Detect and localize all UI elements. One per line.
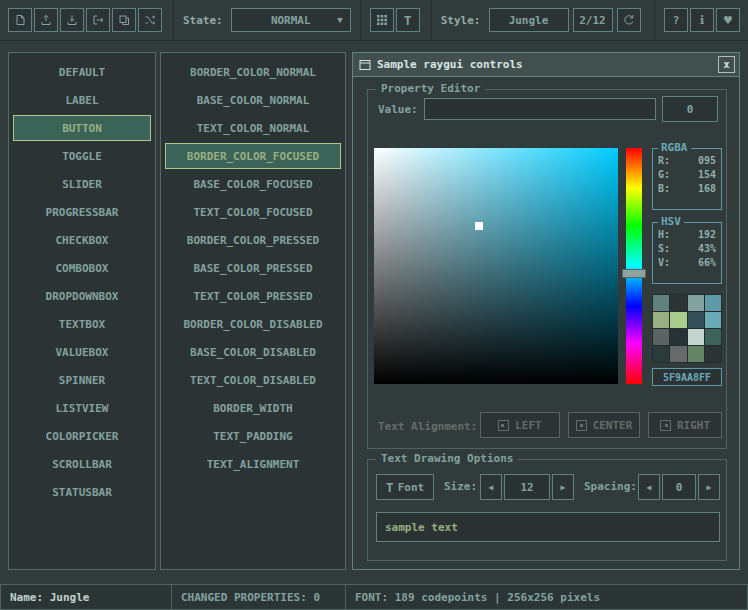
state-dropdown[interactable]: NORMAL ▼ bbox=[231, 8, 351, 32]
align-left-icon bbox=[498, 420, 509, 431]
control-item-progressbar[interactable]: PROGRESSBAR bbox=[13, 199, 151, 225]
palette-swatch[interactable] bbox=[653, 346, 669, 362]
control-item-dropdownbox[interactable]: DROPDOWNBOX bbox=[13, 283, 151, 309]
palette-swatch[interactable] bbox=[670, 295, 686, 311]
info-button[interactable]: i bbox=[690, 8, 714, 32]
property-item-base-color-disabled[interactable]: BASE_COLOR_DISABLED bbox=[165, 339, 341, 365]
property-item-base-color-focused[interactable]: BASE_COLOR_FOCUSED bbox=[165, 171, 341, 197]
palette-swatch[interactable] bbox=[688, 329, 704, 345]
palette-swatch[interactable] bbox=[705, 329, 721, 345]
copy-style-button[interactable] bbox=[112, 8, 136, 32]
palette-swatch[interactable] bbox=[705, 295, 721, 311]
palette-swatch[interactable] bbox=[688, 295, 704, 311]
statusbar-changed-properties: CHANGED PROPERTIES: 0 bbox=[171, 584, 346, 610]
palette-swatch[interactable] bbox=[653, 329, 669, 345]
style-index-box[interactable]: 2/12 bbox=[573, 8, 613, 32]
window-titlebar[interactable]: Sample raygui controls x bbox=[353, 53, 739, 77]
arrow-right-icon: ▶ bbox=[561, 483, 566, 492]
sponsor-button[interactable]: ♥ bbox=[716, 8, 740, 32]
palette-swatch[interactable] bbox=[670, 329, 686, 345]
control-item-statusbar[interactable]: STATUSBAR bbox=[13, 479, 151, 505]
size-decrement-button[interactable]: ◀ bbox=[480, 474, 502, 500]
value-input[interactable] bbox=[424, 98, 656, 120]
save-style-button[interactable] bbox=[60, 8, 84, 32]
export-icon bbox=[92, 14, 104, 26]
help-button[interactable]: ? bbox=[664, 8, 688, 32]
property-item-border-color-pressed[interactable]: BORDER_COLOR_PRESSED bbox=[165, 227, 341, 253]
palette-swatch[interactable] bbox=[705, 312, 721, 328]
reload-style-button[interactable] bbox=[617, 8, 641, 32]
question-icon: ? bbox=[673, 14, 680, 27]
property-item-border-color-normal[interactable]: BORDER_COLOR_NORMAL bbox=[165, 59, 341, 85]
hue-bar[interactable] bbox=[626, 148, 642, 384]
font-atlas-button[interactable]: T bbox=[396, 8, 420, 32]
property-item-text-padding[interactable]: TEXT_PADDING bbox=[165, 423, 341, 449]
spacing-value-box[interactable]: 0 bbox=[662, 474, 696, 500]
sample-text-box[interactable]: sample text bbox=[376, 512, 720, 542]
spacing-decrement-button[interactable]: ◀ bbox=[638, 474, 660, 500]
control-item-button[interactable]: BUTTON bbox=[13, 115, 151, 141]
green-value: 154 bbox=[698, 169, 716, 180]
control-item-colorpicker[interactable]: COLORPICKER bbox=[13, 423, 151, 449]
blue-label: B: bbox=[658, 183, 670, 194]
palette-swatch[interactable] bbox=[705, 346, 721, 362]
font-icon: T bbox=[386, 480, 394, 495]
palette-swatch[interactable] bbox=[653, 312, 669, 328]
toolbar-separator bbox=[360, 0, 361, 41]
size-increment-button[interactable]: ▶ bbox=[552, 474, 574, 500]
hue-slider-handle[interactable] bbox=[622, 269, 646, 278]
control-item-valuebox[interactable]: VALUEBOX bbox=[13, 339, 151, 365]
control-item-checkbox[interactable]: CHECKBOX bbox=[13, 227, 151, 253]
color-picker-area[interactable] bbox=[374, 148, 618, 384]
palette-swatch[interactable] bbox=[670, 346, 686, 362]
control-item-listview[interactable]: LISTVIEW bbox=[13, 395, 151, 421]
spacing-increment-button[interactable]: ▶ bbox=[698, 474, 720, 500]
export-style-button[interactable] bbox=[86, 8, 110, 32]
hsv-group: HSV H: 192 S: 43% V: 66% bbox=[652, 222, 722, 284]
font-button[interactable]: T Font bbox=[376, 474, 434, 500]
property-item-text-color-disabled[interactable]: TEXT_COLOR_DISABLED bbox=[165, 367, 341, 393]
property-item-border-color-disabled[interactable]: BORDER_COLOR_DISABLED bbox=[165, 311, 341, 337]
style-table-button[interactable] bbox=[370, 8, 394, 32]
control-item-default[interactable]: DEFAULT bbox=[13, 59, 151, 85]
red-label: R: bbox=[658, 155, 670, 166]
palette-swatch[interactable] bbox=[653, 295, 669, 311]
align-right-button[interactable]: RIGHT bbox=[648, 412, 722, 438]
value-count-box[interactable]: 0 bbox=[662, 96, 718, 122]
new-style-button[interactable] bbox=[8, 8, 32, 32]
control-item-toggle[interactable]: TOGGLE bbox=[13, 143, 151, 169]
window-close-button[interactable]: x bbox=[718, 56, 735, 73]
style-name-button[interactable]: Jungle bbox=[489, 8, 569, 32]
palette-swatch[interactable] bbox=[688, 346, 704, 362]
palette-swatch[interactable] bbox=[670, 312, 686, 328]
align-left-button[interactable]: LEFT bbox=[480, 412, 560, 438]
control-item-slider[interactable]: SLIDER bbox=[13, 171, 151, 197]
property-item-base-color-pressed[interactable]: BASE_COLOR_PRESSED bbox=[165, 255, 341, 281]
chevron-down-icon: ▼ bbox=[337, 15, 342, 25]
size-value-box[interactable]: 12 bbox=[504, 474, 550, 500]
property-item-border-width[interactable]: BORDER_WIDTH bbox=[165, 395, 341, 421]
control-item-label[interactable]: LABEL bbox=[13, 87, 151, 113]
control-item-spinner[interactable]: SPINNER bbox=[13, 367, 151, 393]
align-center-button[interactable]: CENTER bbox=[568, 412, 640, 438]
control-item-scrollbar[interactable]: SCROLLBAR bbox=[13, 451, 151, 477]
status-name-text: Name: Jungle bbox=[10, 591, 89, 604]
info-icon: i bbox=[700, 14, 704, 27]
align-right-icon bbox=[660, 420, 671, 431]
hex-value-box[interactable]: 5F9AA8FF bbox=[652, 368, 722, 386]
property-item-text-color-pressed[interactable]: TEXT_COLOR_PRESSED bbox=[165, 283, 341, 309]
picker-cursor[interactable] bbox=[475, 222, 483, 230]
control-item-combobox[interactable]: COMBOBOX bbox=[13, 255, 151, 281]
load-style-button[interactable] bbox=[34, 8, 58, 32]
property-item-border-color-focused[interactable]: BORDER_COLOR_FOCUSED bbox=[165, 143, 341, 169]
property-item-base-color-normal[interactable]: BASE_COLOR_NORMAL bbox=[165, 87, 341, 113]
font-button-label: Font bbox=[398, 481, 425, 494]
style-index-value: 2/12 bbox=[579, 14, 606, 27]
random-style-button[interactable] bbox=[138, 8, 162, 32]
property-item-text-color-focused[interactable]: TEXT_COLOR_FOCUSED bbox=[165, 199, 341, 225]
control-item-textbox[interactable]: TEXTBOX bbox=[13, 311, 151, 337]
property-item-text-color-normal[interactable]: TEXT_COLOR_NORMAL bbox=[165, 115, 341, 141]
property-item-text-alignment[interactable]: TEXT_ALIGNMENT bbox=[165, 451, 341, 477]
palette-swatch[interactable] bbox=[688, 312, 704, 328]
rgba-group: RGBA R: 095 G: 154 B: 168 bbox=[652, 148, 722, 210]
